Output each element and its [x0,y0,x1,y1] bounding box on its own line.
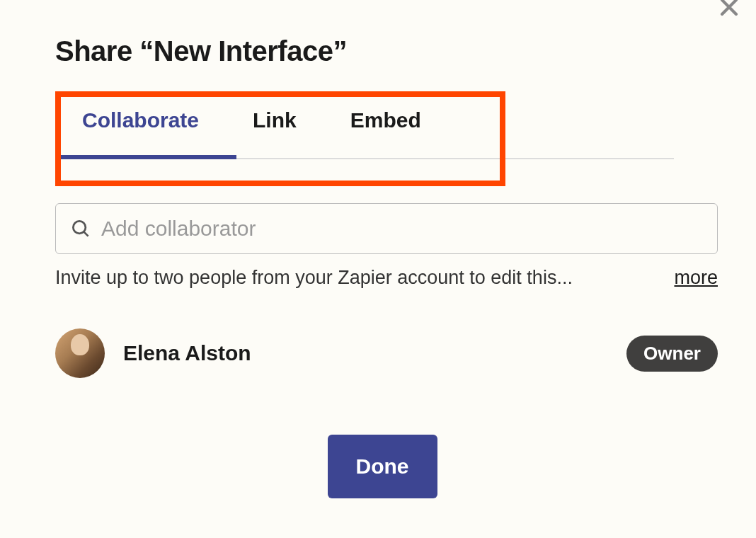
helper-row: Invite up to two people from your Zapier… [55,267,718,289]
tab-embed[interactable]: Embed [323,100,448,158]
collaborator-input-wrap[interactable] [55,203,718,254]
more-link[interactable]: more [674,267,718,289]
collaborator-input-section: Invite up to two people from your Zapier… [55,203,709,289]
footer-actions: Done [55,435,709,498]
helper-text: Invite up to two people from your Zapier… [55,267,573,289]
tab-active-indicator [55,155,236,159]
dialog-title: Share “New Interface” [55,35,709,67]
done-button[interactable]: Done [328,435,437,498]
role-badge: Owner [626,336,718,372]
close-button[interactable] [715,0,743,23]
tabs: Collaborate Link Embed [55,100,674,159]
search-icon [70,218,91,239]
collaborator-name: Elena Alston [123,341,251,365]
avatar [55,328,105,378]
tab-collaborate[interactable]: Collaborate [55,100,226,158]
share-dialog: Share “New Interface” Collaborate Link E… [0,0,756,498]
tab-link[interactable]: Link [226,100,323,158]
svg-line-3 [84,231,88,236]
collaborator-row: Elena Alston Owner [55,328,718,378]
svg-point-2 [73,221,86,234]
close-icon [717,0,741,22]
tabs-container: Collaborate Link Embed [55,100,709,159]
collaborator-input[interactable] [101,217,703,241]
